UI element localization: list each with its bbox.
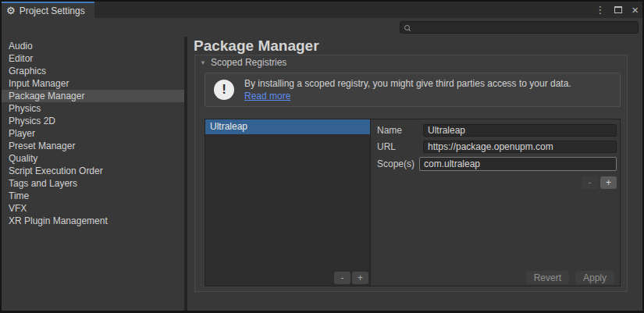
sidebar-item-physics[interactable]: Physics	[2, 102, 184, 115]
scopes-input[interactable]	[419, 157, 617, 171]
warning-helpbox: ! By installing a scoped registry, you m…	[205, 73, 621, 107]
warning-icon: !	[214, 80, 234, 100]
settings-sidebar: Audio Editor Graphics Input Manager Pack…	[2, 37, 184, 311]
sidebar-item-graphics[interactable]: Graphics	[2, 65, 184, 77]
name-field-row: Name	[371, 124, 617, 137]
sidebar-item-preset-manager[interactable]: Preset Manager	[2, 140, 184, 152]
section-title: Scoped Registries	[211, 57, 286, 68]
registry-list-buttons: - +	[334, 272, 368, 284]
sidebar-item-time[interactable]: Time	[2, 190, 184, 202]
app-body: Audio Editor Graphics Input Manager Pack…	[2, 37, 642, 311]
sidebar-item-package-manager[interactable]: Package Manager	[2, 90, 184, 102]
scope-remove-button[interactable]: -	[582, 176, 598, 189]
sidebar-item-tags-and-layers[interactable]: Tags and Layers	[2, 177, 184, 190]
close-icon[interactable]: ×	[632, 4, 639, 16]
url-input[interactable]	[423, 140, 617, 153]
scope-add-button[interactable]: +	[600, 176, 617, 189]
name-label: Name	[371, 125, 423, 136]
window-controls: ⋮ ×	[595, 2, 639, 18]
sidebar-item-audio[interactable]: Audio	[2, 40, 184, 52]
form-actions: Revert Apply	[526, 271, 614, 284]
sidebar-item-input-manager[interactable]: Input Manager	[2, 77, 184, 90]
scopes-label: Scope(s)	[371, 158, 419, 169]
title-bar: ⚙ Project Settings ⋮ ×	[2, 2, 642, 18]
toolbar	[2, 18, 642, 37]
registry-list: Ultraleap - +	[205, 119, 371, 286]
sidebar-item-script-execution-order[interactable]: Script Execution Order	[2, 165, 184, 177]
sidebar-item-physics-2d[interactable]: Physics 2D	[2, 115, 184, 127]
gear-icon: ⚙	[6, 5, 16, 16]
scoped-registries-section: ▼ Scoped Registries ! By installing a sc…	[194, 55, 628, 292]
registry-form: Name URL Scope(s) - +	[371, 119, 621, 286]
registry-add-button[interactable]: +	[352, 272, 368, 284]
sidebar-item-player[interactable]: Player	[2, 127, 184, 140]
maximize-icon[interactable]	[614, 6, 622, 13]
registry-remove-button[interactable]: -	[334, 272, 350, 284]
project-settings-window: ⚙ Project Settings ⋮ × Audio Editor Grap…	[0, 0, 644, 313]
search-input[interactable]	[413, 23, 638, 32]
page-title: Package Manager	[194, 37, 319, 55]
warning-text: By installing a scoped registry, you mig…	[244, 77, 571, 102]
scopes-field-row: Scope(s)	[371, 157, 617, 171]
name-input[interactable]	[423, 124, 617, 137]
read-more-link[interactable]: Read more	[244, 91, 290, 101]
tab-project-settings[interactable]: ⚙ Project Settings	[2, 2, 94, 18]
scope-buttons: - +	[371, 176, 617, 189]
revert-button[interactable]: Revert	[526, 271, 569, 284]
url-field-row: URL	[371, 140, 617, 153]
sidebar-item-xr-plugin-management[interactable]: XR Plugin Management	[2, 215, 184, 227]
warning-message: By installing a scoped registry, you mig…	[244, 78, 571, 89]
main-panel: Package Manager ▼ Scoped Registries ! By…	[187, 37, 642, 311]
sidebar-item-vfx[interactable]: VFX	[2, 202, 184, 215]
search-icon	[404, 25, 410, 30]
sidebar-item-editor[interactable]: Editor	[2, 52, 184, 65]
chevron-down-icon: ▼	[200, 59, 206, 66]
url-label: URL	[371, 141, 423, 152]
apply-button[interactable]: Apply	[575, 271, 614, 284]
scoped-registries-foldout[interactable]: ▼ Scoped Registries	[195, 55, 627, 69]
registries-area: Ultraleap - + Name URL	[205, 119, 621, 286]
window-menu-icon[interactable]: ⋮	[595, 4, 605, 16]
registry-item-ultraleap[interactable]: Ultraleap	[205, 119, 370, 134]
search-box[interactable]	[400, 21, 639, 34]
tab-title: Project Settings	[20, 5, 85, 16]
sidebar-item-quality[interactable]: Quality	[2, 152, 184, 165]
